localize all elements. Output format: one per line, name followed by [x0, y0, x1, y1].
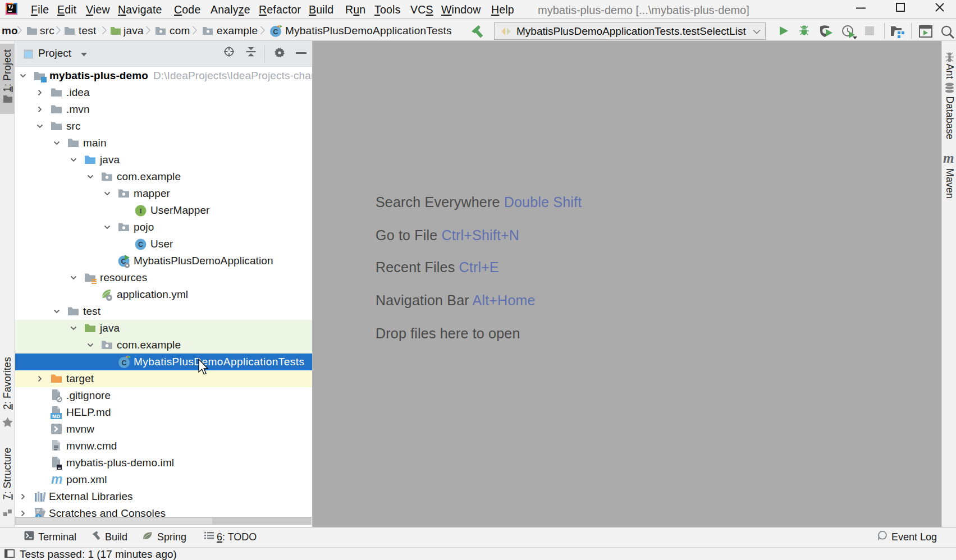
svg-text:I: I	[139, 207, 142, 215]
svg-text:m: m	[51, 472, 62, 486]
svg-text:C: C	[273, 27, 278, 36]
svg-text:MD: MD	[52, 414, 60, 419]
svg-text:C: C	[121, 359, 126, 367]
svg-text:C: C	[138, 241, 143, 249]
